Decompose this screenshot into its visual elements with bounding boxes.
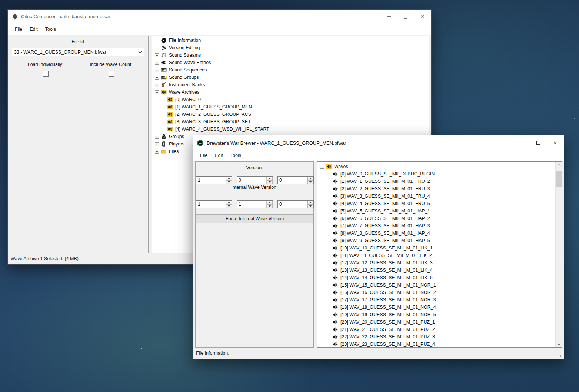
load-individually-checkbox[interactable] <box>43 71 49 77</box>
spinner-down-icon[interactable] <box>307 180 313 184</box>
collapse-icon[interactable]: − <box>320 165 324 169</box>
tree-item[interactable]: [4] WARC_4_GUESS_WSD_WII_IPL_START <box>152 125 429 133</box>
version-value-3[interactable]: 0 <box>278 177 307 184</box>
tree-item[interactable]: [17] WAV_17_GUESS_SE_MII_M_01_NOR_3 <box>317 296 562 304</box>
tree-item[interactable]: [4] WAV_4_GUESS_SE_MII_M_01_FRU_5 <box>317 200 562 207</box>
tree-item[interactable]: [19] WAV_19_GUESS_SE_MII_M_01_NOR_5 <box>317 311 562 318</box>
tree-item[interactable]: [3] WAV_3_GUESS_SE_MII_M_01_FRU_4 <box>317 192 562 200</box>
internal-wave-version-field-3[interactable]: 0 <box>277 200 314 208</box>
collapse-icon[interactable]: − <box>155 90 159 94</box>
expand-icon[interactable]: + <box>155 150 159 154</box>
version-field-3[interactable]: 0 <box>277 176 314 184</box>
tree-item-label: [16] WAV_16_GUESS_SE_MII_M_01_NOR_2 <box>340 290 436 295</box>
tree-item[interactable]: [2] WARC_2_GUESS_GROUP_ACS <box>152 111 429 118</box>
force-internal-wave-version-button[interactable]: Force Internal Wave Version <box>196 214 313 223</box>
close-button[interactable]: ✕ <box>414 10 431 23</box>
spinner-down-icon[interactable] <box>267 180 273 184</box>
tree-item[interactable]: [9] WAV_9_GUESS_SE_MII_M_01_HAP_5 <box>317 237 562 244</box>
tree-item[interactable]: −Waves <box>317 163 562 170</box>
tree-item[interactable]: [14] WAV_14_GUESS_SE_MII_M_01_LIK_5 <box>317 274 562 281</box>
tree-item[interactable]: [1] WAV_1_GUESS_SE_MII_M_01_FRU_2 <box>317 178 562 185</box>
tree-item[interactable]: [15] WAV_15_GUESS_SE_MII_M_01_NOR_1 <box>317 281 562 289</box>
tree-item[interactable]: [18] WAV_18_GUESS_SE_MII_M_01_NOR_4 <box>317 304 562 311</box>
expand-icon[interactable]: + <box>155 83 159 87</box>
tree-item[interactable]: [13] WAV_13_GUESS_SE_MII_M_01_LIK_4 <box>317 267 562 274</box>
tree-item[interactable]: Version Editing <box>152 44 429 51</box>
internal-wave-version-value-3[interactable]: 0 <box>278 201 307 208</box>
scroll-down-icon[interactable] <box>556 341 562 347</box>
tree-item[interactable]: −Wave Archives <box>152 88 429 96</box>
internal-wave-version-field-1[interactable]: 1 <box>196 200 232 208</box>
menu-file[interactable]: File <box>196 150 211 161</box>
tree-item[interactable]: [0] WARC_0 <box>152 96 429 103</box>
internal-wave-version-value-2[interactable]: 1 <box>237 201 266 208</box>
resize-grip[interactable] <box>562 356 562 357</box>
tree-item[interactable]: File Information <box>152 37 429 44</box>
tree-item[interactable]: +Sound Groups <box>152 74 429 81</box>
menu-file[interactable]: File <box>11 23 26 35</box>
scrollbar-thumb[interactable] <box>556 171 562 187</box>
menu-edit[interactable]: Edit <box>26 23 41 35</box>
minimize-button[interactable] <box>380 10 397 23</box>
spinner-buttons <box>307 177 313 184</box>
tree-item[interactable]: +Sound Wave Entries <box>152 59 429 66</box>
file-id-dropdown[interactable]: 33 - WARC_1_GUESS_GROUP_MEN.bfwar <box>12 48 144 56</box>
close-button[interactable]: ✕ <box>547 135 564 150</box>
tree-item[interactable]: [8] WAV_8_GUESS_SE_MII_M_01_HAP_4 <box>317 229 562 237</box>
version-value-1[interactable]: 1 <box>196 177 226 184</box>
tree-item[interactable]: [16] WAV_16_GUESS_SE_MII_M_01_NOR_2 <box>317 289 562 296</box>
menu-tools[interactable]: Tools <box>41 23 60 35</box>
tree-item[interactable]: [3] WARC_3_GUESS_GROUP_SET <box>152 118 429 125</box>
violin-icon <box>161 82 167 88</box>
tree-item[interactable]: +Instrument Banks <box>152 81 429 88</box>
spinner-up-icon[interactable] <box>267 201 273 204</box>
expand-icon[interactable]: + <box>155 76 159 80</box>
tree-item[interactable]: [21] WAV_21_GUESS_SE_MII_M_01_PUZ_2 <box>317 326 562 333</box>
menu-tools[interactable]: Tools <box>227 150 245 161</box>
expand-icon[interactable]: + <box>155 53 159 57</box>
tree-item[interactable]: [5] WAV_5_GUESS_SE_MII_M_01_HAP_1 <box>317 207 562 215</box>
spinner-down-icon[interactable] <box>307 204 313 208</box>
minimize-button[interactable] <box>513 135 530 150</box>
internal-wave-version-field-2[interactable]: 1 <box>237 200 273 208</box>
version-field-2[interactable]: 0 <box>237 176 273 184</box>
expand-icon[interactable]: + <box>155 61 159 65</box>
tree-item-label: [14] WAV_14_GUESS_SE_MII_M_01_LIK_5 <box>340 275 433 280</box>
spinner-up-icon[interactable] <box>226 177 232 180</box>
tree-item[interactable]: [7] WAV_7_GUESS_SE_MII_M_01_HAP_3 <box>317 222 562 229</box>
vertical-scrollbar[interactable] <box>555 162 562 347</box>
tree-item[interactable]: [6] WAV_6_GUESS_SE_MII_M_01_HAP_2 <box>317 215 562 222</box>
spinner-up-icon[interactable] <box>267 177 273 180</box>
spinner-up-icon[interactable] <box>307 201 313 204</box>
tree-item[interactable]: [12] WAV_12_GUESS_SE_MII_M_01_LIK_3 <box>317 259 562 267</box>
tree-item[interactable]: [10] WAV_10_GUESS_SE_MII_M_01_LIK_1 <box>317 244 562 252</box>
expand-icon[interactable]: + <box>155 135 159 139</box>
version-value-2[interactable]: 0 <box>237 177 266 184</box>
tree-item[interactable]: [23] WAV_23_GUESS_SE_MII_M_01_PUZ_4 <box>317 341 562 348</box>
spinner-down-icon[interactable] <box>226 204 232 208</box>
menu-edit[interactable]: Edit <box>211 150 227 161</box>
tree-item[interactable]: +Sound Sequences <box>152 66 429 74</box>
spinner-down-icon[interactable] <box>226 180 232 184</box>
maximize-button[interactable] <box>530 135 547 150</box>
spinner-up-icon[interactable] <box>226 201 232 204</box>
internal-wave-version-value-1[interactable]: 1 <box>196 201 226 208</box>
spinner-up-icon[interactable] <box>307 177 313 180</box>
version-field-1[interactable]: 1 <box>196 176 232 184</box>
titlebar[interactable]: Citric Composer - cafe_barista_men.bfsar… <box>8 10 431 23</box>
spinner-down-icon[interactable] <box>267 204 273 208</box>
include-wave-count-checkbox[interactable] <box>109 71 114 77</box>
scroll-up-icon[interactable] <box>556 162 562 168</box>
tree-item[interactable]: [11] WAV_11_GUESS_SE_MII_M_01_LIK_2 <box>317 252 562 259</box>
tree-item[interactable]: [1] WARC_1_GUESS_GROUP_MEN <box>152 103 429 111</box>
expand-icon[interactable]: + <box>155 68 159 72</box>
tree-item[interactable]: [2] WAV_2_GUESS_SE_MII_M_01_FRU_3 <box>317 185 562 192</box>
tree-item[interactable]: +Sound Streams <box>152 51 429 59</box>
titlebar[interactable]: Brewster's War Brewer - WARC_1_GUESS_GRO… <box>193 135 564 150</box>
tree-item[interactable]: [20] WAV_20_GUESS_SE_MII_M_01_PUZ_1 <box>317 318 562 326</box>
tree-item[interactable]: [22] WAV_22_GUESS_SE_MII_M_01_PUZ_3 <box>317 333 562 341</box>
maximize-button[interactable] <box>397 10 414 23</box>
expand-icon[interactable]: + <box>155 142 159 146</box>
speaker-icon <box>332 319 338 325</box>
tree-item[interactable]: [0] WAV_0_GUESS_SE_MII_DEBUG_BEGIN <box>317 170 562 178</box>
